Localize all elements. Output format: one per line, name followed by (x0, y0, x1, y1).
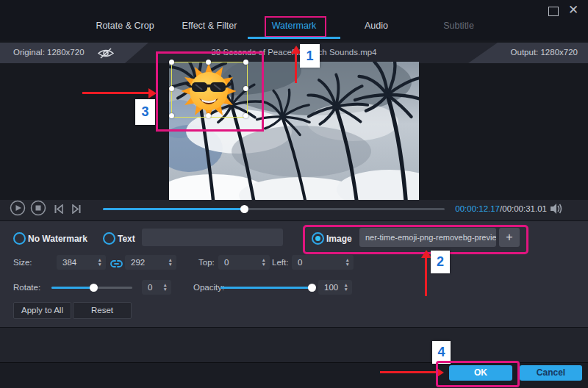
annotation-arrow-1 (295, 54, 297, 83)
top-value: 0 (218, 258, 262, 267)
opacity-slider-fill (220, 287, 314, 289)
bottom-spacer (0, 327, 588, 363)
cancel-button[interactable]: Cancel (520, 365, 582, 381)
tab-audio[interactable]: Audio (365, 21, 388, 31)
rotate-value: 0 (142, 283, 163, 292)
maximize-icon[interactable] (548, 7, 559, 16)
opacity-stepper[interactable]: 100 ▲▼ (318, 280, 352, 295)
annotation-arrow-4 (380, 371, 436, 373)
add-image-button[interactable]: + (499, 228, 520, 247)
annotation-arrowhead-3 (148, 88, 157, 98)
rotate-slider-knob[interactable] (90, 284, 98, 292)
size-width-value: 384 (57, 258, 98, 267)
top-label: Top: (198, 258, 215, 267)
stepper-down-icon[interactable]: ▼ (262, 262, 266, 267)
text-watermark-input[interactable] (142, 229, 283, 246)
close-icon[interactable]: ✕ (564, 1, 582, 19)
opacity-slider-knob[interactable] (308, 284, 316, 292)
annotation-step-2: 2 (431, 251, 450, 273)
left-value: 0 (292, 258, 345, 267)
tab-rotate-crop[interactable]: Rotate & Crop (96, 21, 154, 31)
speaker-icon[interactable] (550, 203, 563, 218)
radio-no-watermark[interactable] (13, 232, 26, 245)
previous-frame-icon[interactable] (54, 204, 64, 217)
link-icon[interactable] (110, 258, 123, 271)
next-frame-icon[interactable] (71, 204, 82, 217)
annotation-step-1: 1 (300, 44, 320, 68)
stop-icon[interactable] (30, 200, 46, 219)
stepper-down-icon[interactable]: ▼ (344, 287, 348, 292)
opacity-label: Opacity: (193, 283, 224, 292)
rotate-stepper[interactable]: 0 ▲▼ (142, 280, 171, 295)
top-stepper[interactable]: 0 ▲▼ (218, 255, 270, 270)
left-label: Left: (272, 258, 288, 267)
image-label: Image (326, 234, 352, 244)
watermark-dialog: ✕ Rotate & Crop Effect & Filter Watermar… (0, 0, 588, 388)
annotation-step-3: 3 (135, 99, 155, 125)
tab-effect-filter[interactable]: Effect & Filter (182, 21, 237, 31)
tab-subtitle[interactable]: Subtitle (443, 21, 474, 31)
image-filename-field[interactable]: ner-time-emoji-png-removebg-preview.png (359, 228, 496, 247)
opacity-value: 100 (318, 283, 344, 292)
annotation-box-watermark (156, 51, 264, 132)
play-icon[interactable] (10, 200, 26, 219)
size-height-value: 292 (125, 258, 168, 267)
duration: 00:00:31.01 (502, 204, 547, 213)
radio-image[interactable] (312, 232, 324, 245)
rotate-slider-fill (51, 287, 94, 289)
active-tab-underline (248, 37, 340, 39)
text-label: Text (118, 234, 135, 244)
seek-slider-fill (103, 208, 245, 210)
size-label: Size: (13, 258, 32, 267)
size-width-stepper[interactable]: 384 ▲▼ (57, 255, 106, 270)
radio-text[interactable] (103, 232, 115, 245)
stepper-down-icon[interactable]: ▼ (345, 262, 350, 267)
apply-to-all-button[interactable]: Apply to All (13, 302, 71, 319)
reset-button[interactable]: Reset (73, 302, 132, 319)
eye-slash-icon[interactable] (98, 47, 114, 62)
current-time: 00:00:12.17 (455, 204, 500, 213)
no-watermark-label: No Watermark (28, 234, 87, 244)
left-stepper[interactable]: 0 ▲▼ (292, 255, 354, 270)
stepper-down-icon[interactable]: ▼ (168, 262, 173, 267)
rotate-label: Rotate: (13, 283, 40, 292)
stepper-down-icon[interactable]: ▼ (98, 262, 102, 267)
annotation-arrow-3 (82, 92, 148, 94)
stepper-down-icon[interactable]: ▼ (163, 287, 168, 292)
annotation-arrow-2 (425, 258, 427, 296)
annotation-box-watermark-tab (265, 16, 326, 37)
seek-slider-knob[interactable] (240, 205, 248, 213)
annotation-arrowhead-2 (421, 250, 431, 258)
ok-button[interactable]: OK (449, 365, 512, 381)
time-display: 00:00:12.17/00:00:31.01 (455, 204, 547, 213)
size-height-stepper[interactable]: 292 ▲▼ (125, 255, 176, 270)
